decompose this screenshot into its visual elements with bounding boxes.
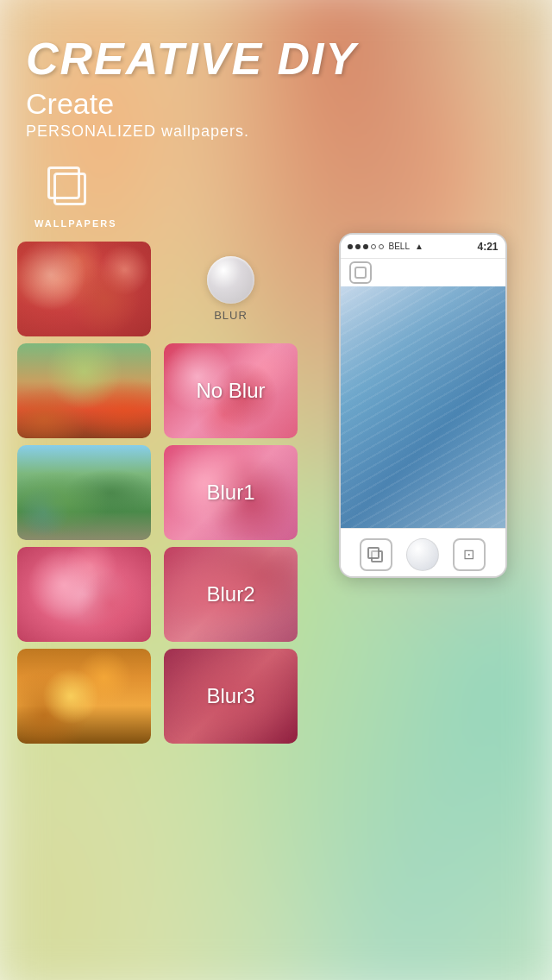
home-icon[interactable]	[349, 261, 372, 284]
carrier-label: BELL	[389, 242, 410, 251]
blur-icon-area: BLUR	[207, 242, 254, 336]
phone-save-button[interactable]: ⊡	[453, 538, 486, 571]
wallpapers-label: WALLPAPERS	[34, 218, 117, 229]
wallpaper-list	[17, 242, 151, 751]
wallpapers-section[interactable]: WALLPAPERS	[0, 166, 552, 229]
wallpaper-thumb-1[interactable]	[17, 242, 151, 336]
blur-orb-icon	[207, 256, 254, 304]
wallpaper-thumb-5[interactable]	[17, 649, 151, 744]
wifi-icon: ▲	[415, 242, 423, 251]
signal-dot-5	[379, 244, 384, 249]
blur-option-blur3[interactable]: Blur3	[164, 649, 298, 744]
signal-dot-3	[363, 244, 368, 249]
main-content: CREATIVE DIY Create PERSONALIZED wallpap…	[0, 0, 552, 980]
home-icon-inner	[354, 267, 367, 279]
phone-wallpapers-button[interactable]	[360, 538, 392, 571]
signal-dot-2	[355, 244, 361, 249]
phone-home-bar	[341, 259, 505, 286]
status-time: 4:21	[477, 241, 498, 253]
header: CREATIVE DIY Create PERSONALIZED wallpap…	[0, 0, 552, 158]
wallpapers-icon-front-rect	[47, 166, 80, 199]
subtitle-create: Create	[26, 87, 526, 121]
blur-option-no-blur[interactable]: No Blur	[164, 343, 298, 438]
wallpapers-icon-inner	[47, 166, 91, 205]
phone-bottom-bar: ⊡	[341, 528, 505, 578]
blur3-label: Blur3	[206, 684, 254, 708]
wallpaper-thumb-3[interactable]	[17, 445, 151, 540]
status-left: BELL ▲	[348, 242, 423, 251]
blur1-label: Blur1	[206, 481, 254, 505]
phone-status-bar: BELL ▲ 4:21	[341, 235, 505, 259]
app-title: CREATIVE DIY	[26, 35, 526, 84]
save-icon: ⊡	[463, 546, 474, 562]
wallpaper-thumb-2[interactable]	[17, 343, 151, 438]
subtitle-personalized: PERSONALIZED wallpapers.	[26, 122, 526, 141]
blur-option-blur1[interactable]: Blur1	[164, 445, 298, 540]
signal-dot-4	[371, 244, 376, 249]
phone-preview-column: BELL ▲ 4:21	[310, 242, 535, 751]
phone-wallpaper-display	[341, 286, 505, 528]
wallpapers-small-icon	[367, 547, 385, 562]
phone-mockup: BELL ▲ 4:21	[339, 233, 507, 578]
main-area: BLUR No Blur Blur1 Blur2 Blur3	[0, 242, 552, 751]
blur2-label: Blur2	[206, 582, 254, 606]
blur-no-label: No Blur	[196, 379, 265, 403]
blur-options-panel: BLUR No Blur Blur1 Blur2 Blur3	[164, 242, 298, 751]
phone-blur-orb-button[interactable]	[406, 538, 439, 571]
blur-label: BLUR	[214, 309, 248, 322]
wallpapers-icon-container[interactable]	[47, 166, 99, 214]
blur-option-blur2[interactable]: Blur2	[164, 547, 298, 642]
signal-dot-1	[348, 244, 353, 249]
wp-small-front	[367, 547, 380, 559]
wallpaper-thumb-4[interactable]	[17, 547, 151, 642]
